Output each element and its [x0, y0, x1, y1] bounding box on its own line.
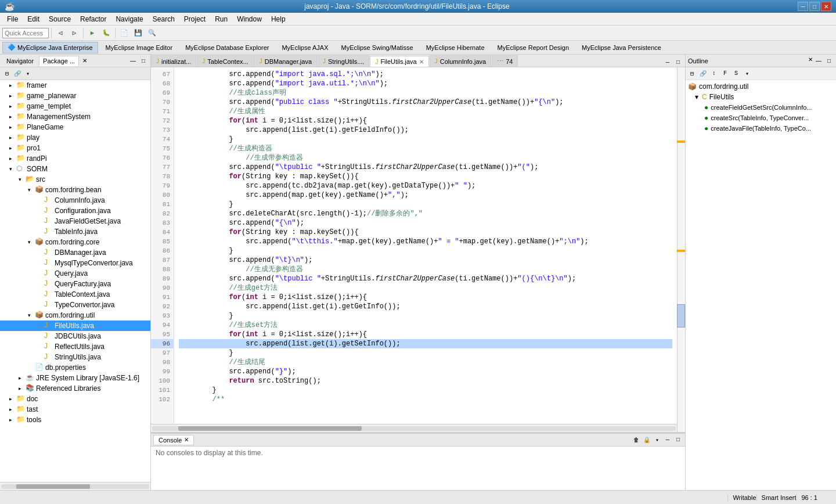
- tree-item-sorm[interactable]: ▾ ⬡ SORM: [0, 164, 150, 174]
- tab-dbmanager[interactable]: J DBManager.java: [254, 55, 317, 67]
- tab-package-explorer[interactable]: Package ...: [39, 56, 79, 66]
- perspective-hibernate[interactable]: MyEclipse Hibernate: [421, 42, 490, 53]
- close-tab-icon[interactable]: ✕: [419, 59, 424, 65]
- menu-run[interactable]: Run: [210, 13, 232, 25]
- outline-item-method2[interactable]: ● createSrc(TableInfo, TypeConver...: [686, 113, 836, 123]
- tree-item-tools[interactable]: ▸ 📁 tools: [0, 415, 150, 425]
- tree-item-game-planewar[interactable]: ▸ 📁 game_planewar: [0, 91, 150, 101]
- tree-item-stringutils[interactable]: J StringUtils.java: [0, 352, 150, 362]
- perspective-db-explorer[interactable]: MyEclipse Database Explorer: [180, 42, 274, 53]
- menu-window[interactable]: Window: [232, 13, 266, 25]
- clear-console-btn[interactable]: 🗑: [632, 435, 641, 445]
- tree-item-core[interactable]: ▾ 📦 com.fordring.core: [0, 237, 150, 247]
- close-button[interactable]: ✕: [821, 2, 831, 11]
- menu-navigate[interactable]: Navigate: [111, 13, 147, 25]
- toolbar-forward-btn[interactable]: ▷: [68, 27, 81, 39]
- maximize-editor-btn[interactable]: □: [673, 57, 683, 67]
- tree-item-util[interactable]: ▾ 📦 com.fordring.util: [0, 310, 150, 321]
- tree-item-javafieldgetset[interactable]: J JavaFieldGetSet.java: [0, 216, 150, 226]
- scroll-lock-btn[interactable]: 🔒: [642, 435, 651, 445]
- tab-stringutils[interactable]: J StringUtils....: [318, 55, 369, 67]
- tree-item-referenced-libraries[interactable]: ▸ 📚 Referenced Libraries: [0, 383, 150, 394]
- minimize-panel-btn[interactable]: —: [128, 56, 138, 66]
- maximize-panel-btn[interactable]: □: [139, 56, 148, 66]
- perspective-ajax[interactable]: MyEclipse AJAX: [276, 42, 333, 53]
- tree-item-dbproperties[interactable]: 📄 db.properties: [0, 362, 150, 373]
- scroll-thumb[interactable]: [677, 304, 685, 327]
- quick-access-input[interactable]: [2, 28, 49, 38]
- tree-item-configuration[interactable]: J Configuration.java: [0, 206, 150, 216]
- menu-help[interactable]: Help: [266, 13, 290, 25]
- close-panel-icon[interactable]: ✕: [82, 57, 87, 64]
- toolbar-back-btn[interactable]: ◁: [54, 27, 67, 39]
- perspective-java-enterprise[interactable]: 🔷MyEclipse Java Enterprise: [2, 42, 98, 53]
- menu-edit[interactable]: Edit: [23, 13, 44, 25]
- minimize-button[interactable]: ─: [798, 2, 808, 11]
- hide-static-btn[interactable]: S: [731, 69, 741, 79]
- collapse-all-btn[interactable]: ⊟: [2, 69, 12, 78]
- tree-item-pro1[interactable]: ▸ 📁 pro1: [0, 143, 150, 153]
- editor-area[interactable]: 67 68 69 70 71 72 73 74 75 76 77 78 79 8…: [151, 67, 677, 424]
- tree-item-src[interactable]: ▾ 📂 src: [0, 174, 150, 185]
- menu-search[interactable]: Search: [148, 13, 179, 25]
- minimize-editor-btn[interactable]: —: [663, 57, 672, 67]
- perspective-swing[interactable]: MyEclipse Swing/Matisse: [336, 42, 419, 53]
- toolbar-search-btn[interactable]: 🔍: [146, 27, 158, 39]
- code-content[interactable]: src.append("import java.sql.*;\n\n"); sr…: [174, 67, 677, 424]
- editor-hscroll[interactable]: [151, 424, 677, 432]
- collapse-all-outline-btn[interactable]: ⊟: [687, 69, 697, 79]
- tree-item-tast[interactable]: ▸ 📁 tast: [0, 404, 150, 415]
- toolbar-debug-btn[interactable]: 🐛: [100, 27, 113, 39]
- menu-file[interactable]: File: [2, 13, 23, 25]
- tree-item-mysqltypeconvertor[interactable]: J MysqlTypeConvertor.java: [0, 258, 150, 268]
- tree-item-columninfo[interactable]: J ColumnInfo.java: [0, 195, 150, 206]
- outline-item-package[interactable]: 📦 com.fordring.util: [686, 81, 836, 92]
- tab-columninfo[interactable]: J ColumnInfo.java: [430, 55, 492, 67]
- tab-fileutils[interactable]: J FileUtils.java ✕: [370, 56, 428, 67]
- tree-item-tablecontext[interactable]: J TableContext.java: [0, 289, 150, 300]
- toolbar-save-btn[interactable]: 💾: [132, 27, 145, 39]
- right-scrollbar[interactable]: [677, 67, 685, 432]
- console-options-btn[interactable]: ▾: [653, 435, 662, 445]
- hide-fields-btn[interactable]: F: [720, 69, 730, 79]
- toolbar-run-btn[interactable]: ▶: [86, 27, 99, 39]
- tree-item-framer[interactable]: ▸ 📁 framer: [0, 80, 150, 91]
- tree-item-bean[interactable]: ▾ 📦 com.fordring.bean: [0, 185, 150, 195]
- toolbar-new-btn[interactable]: 📄: [118, 27, 131, 39]
- close-console-icon[interactable]: ✕: [184, 437, 189, 443]
- perspective-image-editor[interactable]: MyEclipse Image Editor: [100, 42, 178, 53]
- sort-outline-btn[interactable]: ↕: [709, 69, 719, 79]
- tree-item-queryfactury[interactable]: J QueryFactury.java: [0, 279, 150, 289]
- perspective-java-persistence[interactable]: MyEclipse Java Persistence: [576, 42, 666, 53]
- tree-item-tableinfo[interactable]: J TableInfo.java: [0, 226, 150, 237]
- maximize-outline-btn[interactable]: □: [824, 56, 834, 66]
- tree-item-randpi[interactable]: ▸ 📁 randPi: [0, 153, 150, 164]
- tree-item-typeconvertor[interactable]: J TypeConvertor.java: [0, 300, 150, 310]
- tab-overflow[interactable]: ⋯ 74: [492, 55, 518, 67]
- tree-hscroll[interactable]: [0, 482, 150, 490]
- tree-item-doc[interactable]: ▸ 📁 doc: [0, 394, 150, 404]
- tree-item-reflectutils[interactable]: J ReflectUtils.java: [0, 341, 150, 352]
- tab-navigator[interactable]: Navigator: [2, 56, 38, 66]
- minimize-outline-btn[interactable]: —: [814, 56, 823, 66]
- link-editor-btn[interactable]: 🔗: [13, 69, 22, 78]
- tree-item-management[interactable]: ▸ 📁 ManagementSystem: [0, 111, 150, 122]
- menu-source[interactable]: Source: [44, 13, 75, 25]
- tab-console[interactable]: Console ✕: [153, 435, 194, 445]
- tree-item-jdbcutils[interactable]: J JDBCUtils.java: [0, 331, 150, 341]
- outline-item-fileutils[interactable]: ▾ C FileUtils: [686, 92, 836, 102]
- tree-item-game-templet[interactable]: ▸ 📁 game_templet: [0, 101, 150, 111]
- maximize-console-btn[interactable]: □: [673, 435, 683, 445]
- tree-item-dbmanager[interactable]: J DBManager.java: [0, 247, 150, 258]
- outline-menu-btn[interactable]: ▾: [742, 69, 752, 79]
- outline-tree[interactable]: 📦 com.fordring.util ▾ C FileUtils ● crea…: [686, 80, 836, 490]
- tree-item-jre[interactable]: ▸ ☕ JRE System Library [JavaSE-1.6]: [0, 373, 150, 383]
- tree-item-query[interactable]: J Query.java: [0, 268, 150, 279]
- tree-container[interactable]: ▸ 📁 framer ▸ 📁 game_planewar ▸ 📁 game_te…: [0, 80, 150, 482]
- perspective-report[interactable]: MyEclipse Report Design: [492, 42, 575, 53]
- tab-initializat[interactable]: J initializat...: [151, 55, 196, 67]
- menu-refactor[interactable]: Refactor: [75, 13, 111, 25]
- view-menu-btn[interactable]: ▾: [23, 69, 33, 78]
- outline-item-method3[interactable]: ● createJavaFile(TableInfo, TypeCo...: [686, 123, 836, 134]
- tab-tablecontex[interactable]: J TableContex...: [197, 55, 253, 67]
